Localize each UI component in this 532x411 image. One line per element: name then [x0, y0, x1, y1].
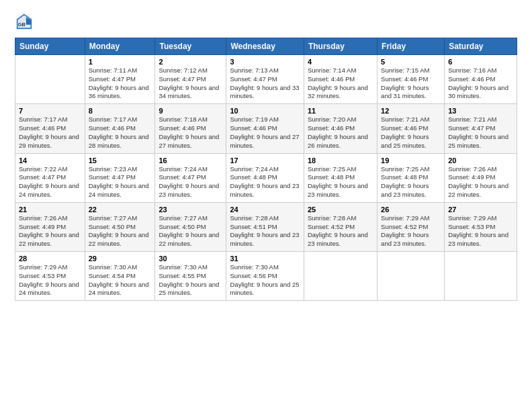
calendar-cell: 27Sunrise: 7:29 AMSunset: 4:53 PMDayligh… [445, 202, 517, 251]
day-info: Sunrise: 7:19 AMSunset: 4:46 PMDaylight:… [230, 116, 300, 150]
day-number: 3 [230, 58, 300, 66]
day-info: Sunrise: 7:11 AMSunset: 4:47 PMDaylight:… [89, 66, 152, 101]
calendar-cell: 9Sunrise: 7:18 AMSunset: 4:46 PMDaylight… [155, 104, 226, 153]
day-number: 6 [448, 58, 513, 66]
header-day: Tuesday [155, 38, 226, 55]
day-number: 24 [230, 205, 300, 214]
calendar-cell: 24Sunrise: 7:28 AMSunset: 4:51 PMDayligh… [226, 202, 304, 251]
calendar-cell [304, 252, 377, 301]
day-info: Sunrise: 7:28 AMSunset: 4:51 PMDaylight:… [230, 214, 300, 248]
day-info: Sunrise: 7:30 AMSunset: 4:54 PMDaylight:… [89, 263, 152, 298]
calendar-cell: 1Sunrise: 7:11 AMSunset: 4:47 PMDaylight… [85, 55, 155, 104]
day-number: 2 [159, 58, 222, 66]
day-number: 17 [230, 156, 300, 165]
day-info: Sunrise: 7:30 AMSunset: 4:55 PMDaylight:… [159, 263, 222, 298]
page: GB SundayMondayTuesdayWednesdayThursdayF… [0, 0, 532, 411]
day-info: Sunrise: 7:21 AMSunset: 4:46 PMDaylight:… [381, 116, 441, 150]
day-info: Sunrise: 7:29 AMSunset: 4:52 PMDaylight:… [381, 214, 441, 248]
day-info: Sunrise: 7:22 AMSunset: 4:47 PMDaylight:… [19, 165, 81, 199]
day-info: Sunrise: 7:16 AMSunset: 4:46 PMDaylight:… [448, 66, 513, 101]
calendar-cell: 8Sunrise: 7:17 AMSunset: 4:46 PMDaylight… [85, 104, 155, 153]
day-number: 13 [448, 107, 513, 115]
calendar-cell: 5Sunrise: 7:15 AMSunset: 4:46 PMDaylight… [378, 55, 445, 104]
day-number: 5 [381, 58, 441, 66]
day-number: 8 [89, 107, 152, 115]
day-info: Sunrise: 7:27 AMSunset: 4:50 PMDaylight:… [159, 214, 222, 248]
calendar-cell: 4Sunrise: 7:14 AMSunset: 4:46 PMDaylight… [304, 55, 377, 104]
calendar-cell: 25Sunrise: 7:28 AMSunset: 4:52 PMDayligh… [304, 202, 377, 251]
calendar-cell: 6Sunrise: 7:16 AMSunset: 4:46 PMDaylight… [445, 55, 517, 104]
calendar-cell [15, 55, 85, 104]
day-number: 22 [89, 205, 152, 214]
day-info: Sunrise: 7:18 AMSunset: 4:46 PMDaylight:… [159, 116, 222, 150]
calendar-cell: 13Sunrise: 7:21 AMSunset: 4:47 PMDayligh… [445, 104, 517, 153]
day-number: 28 [19, 255, 81, 263]
day-info: Sunrise: 7:30 AMSunset: 4:56 PMDaylight:… [230, 263, 300, 298]
calendar-cell: 21Sunrise: 7:26 AMSunset: 4:49 PMDayligh… [15, 202, 85, 251]
day-info: Sunrise: 7:17 AMSunset: 4:46 PMDaylight:… [89, 116, 152, 150]
day-number: 27 [448, 205, 513, 214]
header-day: Monday [85, 38, 155, 55]
logo-icon: GB [15, 12, 34, 31]
calendar-cell: 16Sunrise: 7:24 AMSunset: 4:47 PMDayligh… [155, 153, 226, 202]
day-number: 21 [19, 205, 81, 214]
header-day: Wednesday [226, 38, 304, 55]
day-number: 11 [308, 107, 373, 115]
day-number: 25 [308, 205, 373, 214]
day-info: Sunrise: 7:24 AMSunset: 4:47 PMDaylight:… [159, 165, 222, 199]
day-number: 19 [381, 156, 441, 165]
day-number: 18 [308, 156, 373, 165]
day-number: 31 [230, 255, 300, 263]
day-info: Sunrise: 7:12 AMSunset: 4:47 PMDaylight:… [159, 66, 222, 101]
day-number: 1 [89, 58, 152, 66]
calendar-week: 28Sunrise: 7:29 AMSunset: 4:53 PMDayligh… [15, 252, 517, 301]
day-number: 29 [89, 255, 152, 263]
day-info: Sunrise: 7:15 AMSunset: 4:46 PMDaylight:… [381, 66, 441, 101]
header-row: SundayMondayTuesdayWednesdayThursdayFrid… [15, 38, 517, 55]
day-info: Sunrise: 7:20 AMSunset: 4:46 PMDaylight:… [308, 116, 373, 150]
day-number: 15 [89, 156, 152, 165]
calendar-cell: 10Sunrise: 7:19 AMSunset: 4:46 PMDayligh… [226, 104, 304, 153]
day-info: Sunrise: 7:26 AMSunset: 4:49 PMDaylight:… [19, 214, 81, 248]
calendar-cell: 18Sunrise: 7:25 AMSunset: 4:48 PMDayligh… [304, 153, 377, 202]
calendar-week: 21Sunrise: 7:26 AMSunset: 4:49 PMDayligh… [15, 202, 517, 251]
calendar-cell: 20Sunrise: 7:26 AMSunset: 4:49 PMDayligh… [445, 153, 517, 202]
calendar-cell [445, 252, 517, 301]
day-number: 4 [308, 58, 373, 66]
svg-text:GB: GB [18, 21, 26, 28]
calendar-cell: 17Sunrise: 7:24 AMSunset: 4:48 PMDayligh… [226, 153, 304, 202]
day-number: 20 [448, 156, 513, 165]
day-info: Sunrise: 7:14 AMSunset: 4:46 PMDaylight:… [308, 66, 373, 101]
day-number: 16 [159, 156, 222, 165]
calendar-week: 1Sunrise: 7:11 AMSunset: 4:47 PMDaylight… [15, 55, 517, 104]
day-info: Sunrise: 7:29 AMSunset: 4:53 PMDaylight:… [19, 263, 81, 298]
day-info: Sunrise: 7:24 AMSunset: 4:48 PMDaylight:… [230, 165, 300, 199]
day-info: Sunrise: 7:21 AMSunset: 4:47 PMDaylight:… [448, 116, 513, 150]
calendar-cell: 26Sunrise: 7:29 AMSunset: 4:52 PMDayligh… [378, 202, 445, 251]
day-info: Sunrise: 7:29 AMSunset: 4:53 PMDaylight:… [448, 214, 513, 248]
calendar-cell: 3Sunrise: 7:13 AMSunset: 4:47 PMDaylight… [226, 55, 304, 104]
calendar-cell: 2Sunrise: 7:12 AMSunset: 4:47 PMDaylight… [155, 55, 226, 104]
day-number: 23 [159, 205, 222, 214]
calendar-cell: 23Sunrise: 7:27 AMSunset: 4:50 PMDayligh… [155, 202, 226, 251]
day-info: Sunrise: 7:25 AMSunset: 4:48 PMDaylight:… [381, 165, 441, 199]
calendar-week: 14Sunrise: 7:22 AMSunset: 4:47 PMDayligh… [15, 153, 517, 202]
calendar-cell: 29Sunrise: 7:30 AMSunset: 4:54 PMDayligh… [85, 252, 155, 301]
header: GB [15, 12, 517, 31]
calendar-cell: 15Sunrise: 7:23 AMSunset: 4:47 PMDayligh… [85, 153, 155, 202]
day-info: Sunrise: 7:27 AMSunset: 4:50 PMDaylight:… [89, 214, 152, 248]
day-info: Sunrise: 7:17 AMSunset: 4:46 PMDaylight:… [19, 116, 81, 150]
day-info: Sunrise: 7:28 AMSunset: 4:52 PMDaylight:… [308, 214, 373, 248]
day-info: Sunrise: 7:23 AMSunset: 4:47 PMDaylight:… [89, 165, 152, 199]
calendar-cell: 30Sunrise: 7:30 AMSunset: 4:55 PMDayligh… [155, 252, 226, 301]
header-day: Saturday [445, 38, 517, 55]
day-number: 26 [381, 205, 441, 214]
calendar-cell [378, 252, 445, 301]
calendar-cell: 12Sunrise: 7:21 AMSunset: 4:46 PMDayligh… [378, 104, 445, 153]
calendar-cell: 28Sunrise: 7:29 AMSunset: 4:53 PMDayligh… [15, 252, 85, 301]
day-number: 30 [159, 255, 222, 263]
calendar-cell: 7Sunrise: 7:17 AMSunset: 4:46 PMDaylight… [15, 104, 85, 153]
header-day: Thursday [304, 38, 377, 55]
day-info: Sunrise: 7:13 AMSunset: 4:47 PMDaylight:… [230, 66, 300, 101]
day-number: 9 [159, 107, 222, 115]
